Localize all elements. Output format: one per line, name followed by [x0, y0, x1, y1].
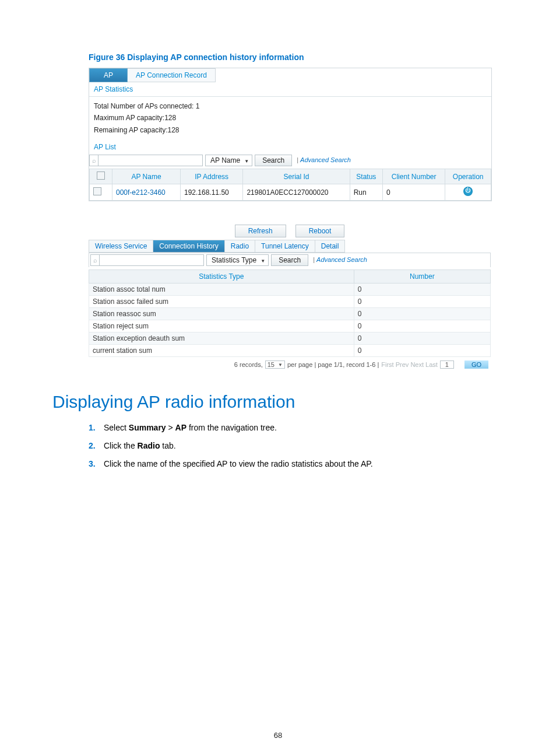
text: Click the name of the specified AP to vi…	[104, 459, 373, 468]
cell-number: 0	[354, 320, 490, 332]
search-icon: ⌕	[90, 254, 99, 266]
reboot-button[interactable]: Reboot	[295, 225, 345, 237]
cell-serial: 219801A0ECC127000020	[243, 184, 350, 201]
ap-list-title: AP List	[89, 143, 491, 155]
tab-ap-connection-record[interactable]: AP Connection Record	[128, 68, 216, 82]
table-row: Station assoc failed sum0	[89, 296, 491, 308]
table-row: Station exception deauth sum0	[89, 332, 491, 345]
tab-connection-history[interactable]: Connection History	[153, 240, 224, 253]
col-status[interactable]: Status	[350, 169, 382, 184]
page-info: per page | page 1/1, record 1-6 |	[287, 361, 379, 368]
table-header-row: Statistics Type Number	[89, 270, 491, 284]
stats-field-value: Statistics Type	[212, 256, 256, 264]
stats-search-row: ⌕ Statistics Type ▼ Search Advanced Sear…	[89, 253, 491, 267]
tab-tunnel-latency[interactable]: Tunnel Latency	[255, 240, 315, 253]
text: from the navigation tree.	[186, 423, 277, 432]
cell-type: Station assoc failed sum	[89, 296, 354, 308]
cell-number: 0	[354, 308, 490, 320]
tab-wireless-service[interactable]: Wireless Service	[89, 240, 153, 253]
table-row: Station assoc total num0	[89, 284, 491, 296]
text: Select	[104, 423, 129, 432]
advanced-search-link[interactable]: Advanced Search	[292, 155, 351, 166]
operation-power-icon[interactable]	[463, 187, 473, 196]
stats-field-select[interactable]: Statistics Type ▼	[206, 254, 269, 266]
text-bold: AP	[175, 423, 186, 432]
stats-advanced-search-link[interactable]: Advanced Search	[308, 254, 367, 266]
chevron-down-icon: ▼	[278, 362, 283, 368]
refresh-button[interactable]: Refresh	[235, 225, 286, 237]
cell-ip: 192.168.11.50	[180, 184, 242, 201]
cell-type: current station sum	[89, 345, 354, 357]
text: tab.	[160, 441, 175, 450]
table-row: current station sum0	[89, 345, 491, 357]
tab-detail[interactable]: Detail	[315, 240, 346, 253]
cell-type: Station exception deauth sum	[89, 332, 354, 345]
col-operation[interactable]: Operation	[445, 169, 491, 184]
text: Click the	[104, 441, 138, 450]
select-all-checkbox[interactable]	[97, 172, 105, 180]
search-input[interactable]	[98, 155, 203, 166]
sub-tab-bar: Wireless Service Connection History Radi…	[89, 240, 491, 253]
cell-type: Station assoc total num	[89, 284, 354, 296]
ap-name-link[interactable]: 000f-e212-3460	[116, 188, 166, 197]
page-nav-links[interactable]: First Prev Next Last	[381, 361, 438, 368]
text: >	[166, 423, 175, 432]
chevron-down-icon: ▼	[244, 159, 249, 164]
page-input[interactable]: 1	[440, 360, 454, 369]
col-number[interactable]: Number	[354, 270, 490, 284]
cell-number: 0	[354, 296, 490, 308]
table-row: 000f-e212-3460 192.168.11.50 219801A0ECC…	[90, 184, 491, 201]
step-2: Click the Radio tab.	[89, 440, 504, 459]
col-client-number[interactable]: Client Number	[382, 169, 445, 184]
col-serial-id[interactable]: Serial Id	[243, 169, 350, 184]
procedure-list: Select Summary > AP from the navigation …	[89, 422, 504, 477]
statistics-table: Statistics Type Number Station assoc tot…	[89, 270, 491, 357]
stats-search-input[interactable]	[99, 254, 204, 266]
page-number: 68	[0, 731, 556, 740]
section-heading: Displaying AP radio information	[52, 392, 504, 412]
go-button[interactable]: GO	[464, 360, 488, 369]
records-count: 6 records,	[234, 361, 263, 368]
screenshot-connection-history: Refresh Reboot Wireless Service Connecti…	[89, 225, 491, 369]
cell-client: 0	[382, 184, 445, 201]
cell-number: 0	[354, 284, 490, 296]
table-header-row: AP Name IP Address Serial Id Status Clie…	[90, 169, 491, 184]
col-ap-name[interactable]: AP Name	[112, 169, 181, 184]
search-button[interactable]: Search	[255, 155, 292, 166]
search-row: ⌕ AP Name ▼ Search Advanced Search	[89, 155, 491, 166]
cell-number: 0	[354, 332, 490, 345]
text-bold: Summary	[129, 423, 166, 432]
cell-status: Run	[350, 184, 382, 201]
pagination: 6 records, 15▼ per page | page 1/1, reco…	[89, 357, 491, 369]
tab-radio[interactable]: Radio	[225, 240, 255, 253]
figure-caption: Figure 36 Displaying AP connection histo…	[89, 52, 504, 62]
ap-statistics-block: Total Number of APs connected: 1 Maximum…	[89, 97, 491, 143]
cell-type: Station reassoc sum	[89, 308, 354, 320]
search-icon: ⌕	[89, 155, 98, 166]
ap-statistics-link[interactable]: AP Statistics	[89, 82, 491, 97]
ap-table: AP Name IP Address Serial Id Status Clie…	[89, 169, 491, 201]
per-page-value: 15	[268, 361, 275, 368]
cell-type: Station reject sum	[89, 320, 354, 332]
step-3: Click the name of the specified AP to vi…	[89, 459, 504, 477]
max-ap-capacity: Maximum AP capacity:128	[94, 112, 487, 124]
row-checkbox[interactable]	[93, 187, 101, 195]
col-statistics-type[interactable]: Statistics Type	[89, 270, 354, 284]
text-bold: Radio	[138, 441, 160, 450]
per-page-select[interactable]: 15▼	[265, 360, 285, 369]
tab-ap[interactable]: AP	[89, 68, 128, 82]
tab-bar: AP AP Connection Record	[89, 68, 491, 82]
table-row: Station reject sum0	[89, 320, 491, 332]
cell-number: 0	[354, 345, 490, 357]
col-ip-address[interactable]: IP Address	[180, 169, 242, 184]
search-field-value: AP Name	[210, 156, 240, 164]
action-button-row: Refresh Reboot	[89, 225, 491, 237]
screenshot-ap-list: AP AP Connection Record AP Statistics To…	[89, 68, 492, 201]
stats-search-button[interactable]: Search	[271, 254, 308, 266]
table-row: Station reassoc sum0	[89, 308, 491, 320]
remaining-ap-capacity: Remaining AP capacity:128	[94, 124, 487, 136]
search-field-select[interactable]: AP Name ▼	[205, 155, 252, 166]
chevron-down-icon: ▼	[261, 258, 265, 264]
step-1: Select Summary > AP from the navigation …	[89, 422, 504, 440]
total-aps: Total Number of APs connected: 1	[94, 100, 487, 112]
